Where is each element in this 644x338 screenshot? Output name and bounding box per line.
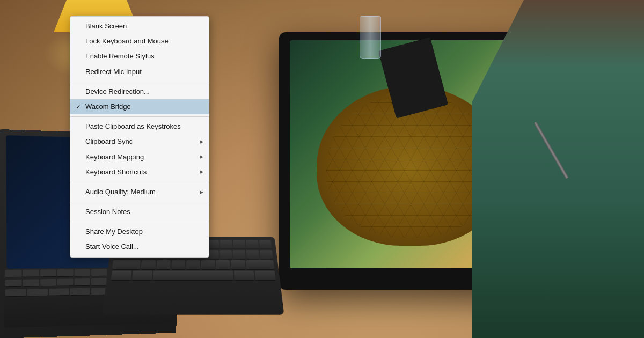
context-menu: Blank ScreenLock Keyboard and MouseEnabl…	[70, 16, 209, 258]
laptop-key	[91, 278, 107, 286]
laptop-key	[57, 269, 74, 277]
menu-item-label: Paste Clipboard as Keystrokes	[85, 122, 181, 131]
desk-key	[246, 240, 259, 249]
laptop-key	[27, 289, 48, 297]
menu-item-label: Device Redirection...	[85, 87, 150, 97]
laptop-key	[49, 288, 69, 296]
menu-item-label: Audio Quality: Medium	[85, 187, 156, 197]
menu-separator	[70, 222, 209, 222]
menu-item-wacom-bridge[interactable]: ✓Wacom Bridge	[70, 99, 209, 114]
desk-key	[219, 240, 232, 249]
laptop-key	[5, 280, 22, 287]
desk-key	[233, 250, 246, 259]
laptop-key	[74, 278, 90, 286]
menu-item-paste-clipboard[interactable]: Paste Clipboard as Keystrokes	[70, 119, 209, 134]
laptop-key	[40, 279, 56, 286]
desk-key	[246, 260, 274, 270]
desk-key	[156, 260, 171, 270]
menu-separator	[70, 182, 209, 182]
desk-key	[255, 271, 276, 281]
menu-separator	[70, 116, 209, 117]
desk-key	[141, 260, 156, 270]
menu-item-label: Enable Remote Stylus	[85, 52, 155, 61]
menu-item-label: Keyboard Mapping	[85, 152, 144, 162]
laptop-key	[57, 278, 74, 286]
desk-key	[216, 260, 230, 270]
menu-item-share-desktop[interactable]: Share My Desktop	[70, 224, 209, 239]
menu-item-label: Start Voice Call...	[85, 242, 139, 252]
menu-item-label: Lock Keyboard and Mouse	[85, 36, 169, 46]
person-silhouette	[472, 0, 644, 338]
menu-item-label: Share My Desktop	[85, 227, 143, 237]
turtle-shell	[326, 94, 495, 238]
menu-separator	[70, 202, 209, 202]
menu-item-start-voice-call[interactable]: Start Voice Call...	[70, 239, 209, 254]
menu-separator	[70, 82, 209, 82]
spacebar-key	[153, 271, 233, 281]
menu-item-audio-quality[interactable]: Audio Quality: Medium	[70, 185, 209, 200]
menu-item-label: Clipboard Sync	[85, 137, 133, 146]
menu-item-redirect-mic-input[interactable]: Redirect Mic Input	[70, 64, 209, 79]
menu-item-clipboard-sync[interactable]: Clipboard Sync	[70, 134, 209, 149]
menu-item-label: Session Notes	[85, 207, 130, 217]
menu-item-blank-screen[interactable]: Blank Screen	[70, 19, 209, 34]
laptop-key	[5, 270, 21, 277]
desk-key	[132, 271, 152, 281]
desk-key	[112, 260, 141, 270]
laptop-key	[70, 288, 90, 296]
desk-key	[201, 260, 215, 270]
desk-key	[111, 271, 131, 281]
desk-key	[219, 250, 232, 259]
laptop-key	[40, 269, 56, 277]
menu-item-session-notes[interactable]: Session Notes	[70, 204, 209, 219]
menu-item-label: Blank Screen	[85, 21, 127, 31]
laptop-key	[75, 269, 91, 276]
glass-cup	[360, 16, 381, 59]
desk-key	[246, 250, 260, 259]
desk-key	[186, 260, 200, 270]
menu-item-label: Keyboard Shortcuts	[85, 167, 147, 177]
desk-key	[259, 240, 272, 249]
menu-item-keyboard-mapping[interactable]: Keyboard Mapping	[70, 150, 209, 165]
desk-key	[171, 260, 185, 270]
desk-key	[234, 271, 254, 281]
laptop-key	[23, 279, 39, 286]
menu-item-enable-remote-stylus[interactable]: Enable Remote Stylus	[70, 49, 209, 64]
laptop-key	[5, 289, 26, 297]
desk-key	[233, 240, 246, 249]
desk-key	[260, 250, 273, 259]
menu-item-keyboard-shortcuts[interactable]: Keyboard Shortcuts	[70, 165, 209, 180]
menu-item-device-redirection[interactable]: Device Redirection...	[70, 84, 209, 99]
desk-key	[231, 260, 245, 270]
menu-item-lock-keyboard-mouse[interactable]: Lock Keyboard and Mouse	[70, 34, 209, 49]
laptop-key	[23, 269, 39, 277]
menu-item-label: Redirect Mic Input	[85, 67, 142, 77]
laptop-key	[91, 269, 107, 276]
checkmark-icon: ✓	[76, 102, 81, 112]
menu-item-label: Wacom Bridge	[85, 102, 131, 112]
